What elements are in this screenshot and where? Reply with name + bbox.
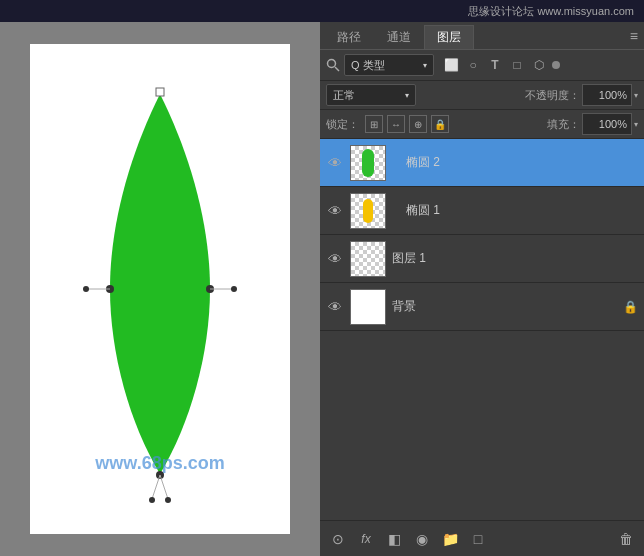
layer-item[interactable]: 👁 图层 1	[320, 235, 644, 283]
blend-mode-arrow: ▾	[405, 91, 409, 100]
filter-pixel-icon[interactable]: ⬜	[442, 58, 460, 72]
lock-row: 锁定： ⊞ ↔ ⊕ 🔒 填充： 100% ▾	[320, 110, 644, 139]
opacity-dropdown-arrow: ▾	[634, 91, 638, 100]
new-group-icon[interactable]: 📁	[440, 531, 460, 547]
tab-paths[interactable]: 路径	[324, 25, 374, 49]
fill-group: 填充： 100% ▾	[547, 113, 638, 135]
layer-name: 椭圆 2	[406, 154, 638, 171]
svg-point-13	[328, 60, 336, 68]
layer-thumbnail	[350, 289, 386, 325]
svg-line-14	[335, 67, 339, 71]
filter-row: Q 类型 ▾ ⬜ ○ T □ ⬡	[320, 50, 644, 81]
adjustment-icon[interactable]: ◉	[412, 531, 432, 547]
layer-item[interactable]: 👁 背景 🔒	[320, 283, 644, 331]
right-panel: 路径 通道 图层 ≡ Q 类型 ▾ ⬜ ○ T □	[320, 22, 644, 556]
svg-line-5	[152, 475, 160, 499]
layer-name: 背景	[392, 298, 617, 315]
blend-mode-row: 正常 ▾ 不透明度： 100% ▾	[320, 81, 644, 110]
lock-pixels-icon[interactable]: ⊞	[365, 115, 383, 133]
svg-line-6	[160, 475, 168, 499]
search-icon	[326, 58, 340, 72]
new-layer-icon[interactable]: □	[468, 531, 488, 547]
blend-mode-select[interactable]: 正常 ▾	[326, 84, 416, 106]
filter-type-arrow: ▾	[423, 61, 427, 70]
filter-shape-icon[interactable]: □	[508, 58, 526, 72]
canvas-area: www.68ps.com	[0, 22, 320, 556]
svg-point-7	[149, 497, 155, 503]
svg-point-8	[165, 497, 171, 503]
layer-thumbnail	[350, 241, 386, 277]
opacity-label: 不透明度：	[525, 88, 580, 103]
filter-adjust-icon[interactable]: ○	[464, 58, 482, 72]
canvas-leaf-svg	[60, 74, 260, 504]
delete-layer-icon[interactable]: 🗑	[616, 531, 636, 547]
fill-value[interactable]: 100%	[582, 113, 632, 135]
layer-thumbnail	[350, 145, 386, 181]
fx-icon[interactable]: fx	[356, 532, 376, 546]
fill-dropdown-arrow: ▾	[634, 120, 638, 129]
layer-name: 椭圆 1	[406, 202, 638, 219]
tab-layers[interactable]: 图层	[424, 25, 474, 49]
tab-channels[interactable]: 通道	[374, 25, 424, 49]
watermark-bar: 思缘设计论坛 www.missyuan.com	[0, 0, 644, 22]
lock-icons: ⊞ ↔ ⊕ 🔒	[365, 115, 449, 133]
canvas-white: www.68ps.com	[30, 44, 290, 534]
svg-point-12	[231, 286, 237, 292]
canvas-watermark: www.68ps.com	[95, 453, 224, 474]
lock-position-icon[interactable]: ↔	[387, 115, 405, 133]
filter-type-icon[interactable]: T	[486, 58, 504, 72]
add-mask-icon[interactable]: ◧	[384, 531, 404, 547]
layer-name: 图层 1	[392, 250, 638, 267]
bottom-toolbar: ⊙ fx ◧ ◉ 📁 □ 🗑	[320, 520, 644, 556]
layer-visibility-icon[interactable]: 👁	[326, 251, 344, 267]
svg-rect-0	[156, 88, 164, 96]
filter-icons: ⬜ ○ T □ ⬡	[442, 58, 560, 72]
opacity-value[interactable]: 100%	[582, 84, 632, 106]
filter-type-select[interactable]: Q 类型 ▾	[344, 54, 434, 76]
fill-label: 填充：	[547, 117, 580, 132]
lock-all-icon[interactable]: 🔒	[431, 115, 449, 133]
layer-thumbnail	[350, 193, 386, 229]
layer-lock-icon: 🔒	[623, 300, 638, 314]
filter-dot-icon	[552, 61, 560, 69]
lock-artboard-icon[interactable]: ⊕	[409, 115, 427, 133]
filter-smart-icon[interactable]: ⬡	[530, 58, 548, 72]
layer-item[interactable]: 👁 椭圆 2	[320, 139, 644, 187]
link-layers-icon[interactable]: ⊙	[328, 531, 348, 547]
layer-item[interactable]: 👁 椭圆 1	[320, 187, 644, 235]
layer-visibility-icon[interactable]: 👁	[326, 155, 344, 171]
lock-label: 锁定：	[326, 117, 359, 132]
layer-visibility-icon[interactable]: 👁	[326, 203, 344, 219]
panel-menu-icon[interactable]: ≡	[630, 28, 638, 44]
watermark-text: 思缘设计论坛 www.missyuan.com	[468, 4, 634, 19]
layers-list[interactable]: 👁 椭圆 2 👁	[320, 139, 644, 520]
layer-visibility-icon[interactable]: 👁	[326, 299, 344, 315]
panel-tabs: 路径 通道 图层 ≡	[320, 22, 644, 50]
opacity-group: 不透明度： 100% ▾	[525, 84, 638, 106]
svg-point-10	[83, 286, 89, 292]
